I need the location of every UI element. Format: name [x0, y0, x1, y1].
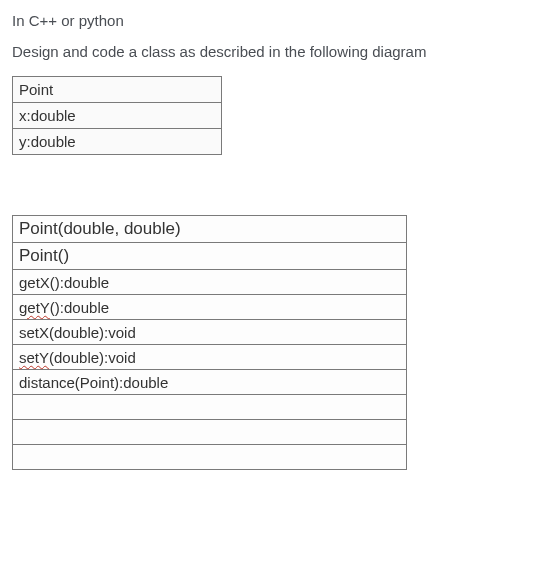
spell-error: setY [19, 349, 49, 366]
uml-method: Point(double, double) [13, 216, 407, 243]
uml-method: setX(double):void [13, 320, 407, 345]
header-line-1: In C++ or python [12, 12, 538, 29]
uml-attribute: x:double [13, 103, 222, 129]
uml-attribute: y:double [13, 129, 222, 155]
spell-error: getY [19, 299, 50, 316]
method-suffix: ():double [50, 299, 109, 316]
header-line-2: Design and code a class as described in … [12, 43, 538, 60]
uml-method: setY(double):void [13, 345, 407, 370]
uml-method: distance(Point):double [13, 370, 407, 395]
method-suffix: (double):void [49, 349, 136, 366]
uml-class-methods-table: Point(double, double) Point() getX():dou… [12, 215, 407, 470]
uml-method: getY():double [13, 295, 407, 320]
uml-method-empty [13, 395, 407, 420]
header-text-suffix: as described in the following diagram [175, 43, 426, 60]
uml-method: Point() [13, 243, 407, 270]
uml-class-name: Point [13, 77, 222, 103]
header-text-prefix: Design and code a [12, 43, 141, 60]
uml-method-empty [13, 420, 407, 445]
header-text-class: class [141, 43, 175, 60]
uml-method: getX():double [13, 270, 407, 295]
uml-method-empty [13, 445, 407, 470]
uml-class-attributes-table: Point x:double y:double [12, 76, 222, 155]
